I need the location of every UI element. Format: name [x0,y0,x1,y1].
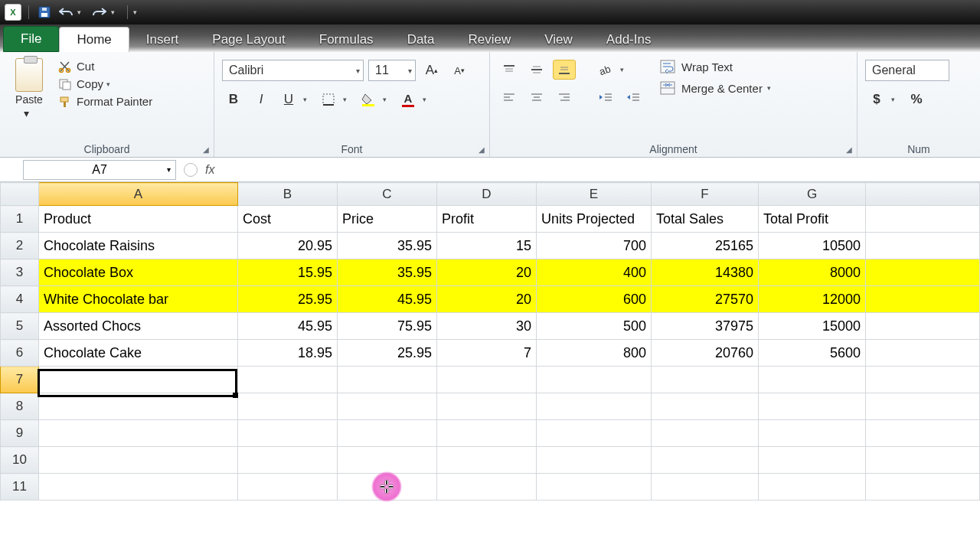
row-header-11[interactable]: 11 [1,474,39,500]
cell-A4[interactable]: White Chocolate bar [39,286,238,313]
percent-format-button[interactable]: % [905,89,928,110]
font-size-combo[interactable]: 11▾ [368,60,416,81]
cell-C6[interactable]: 25.95 [338,340,437,367]
font-name-combo[interactable]: Calibri▾ [222,60,364,81]
cell-B4[interactable]: 25.95 [238,286,338,313]
cell-F4[interactable]: 27570 [652,286,759,313]
cell-extra-10[interactable] [866,447,980,474]
cell-extra-6[interactable] [866,340,980,367]
cell-D10[interactable] [437,447,537,474]
cell-A10[interactable] [39,447,238,474]
cell-extra-1[interactable] [866,206,980,233]
save-button[interactable] [36,4,53,21]
row-header-5[interactable]: 5 [1,313,39,340]
cell-D11[interactable] [437,474,537,500]
copy-dropdown[interactable]: ▾ [106,80,116,88]
font-color-dropdown[interactable]: ▾ [423,96,432,103]
qat-customize-dropdown[interactable]: ▾ [133,8,142,16]
cell-F11[interactable] [652,474,759,500]
align-left-button[interactable] [498,87,521,107]
cell-extra-9[interactable] [866,420,980,447]
col-header-G[interactable]: G [759,183,866,206]
cell-D3[interactable]: 20 [437,259,537,286]
cell-A7[interactable] [39,367,238,393]
alignment-launcher[interactable]: ◢ [846,145,852,154]
fill-color-dropdown[interactable]: ▾ [383,96,392,103]
tab-view[interactable]: View [528,28,590,52]
cell-F5[interactable]: 37975 [652,313,759,340]
cell-D7[interactable] [437,367,537,393]
cell-G4[interactable]: 12000 [759,286,866,313]
name-box[interactable]: A7 ▾ [23,160,176,180]
cell-B2[interactable]: 20.95 [238,233,338,259]
cell-A11[interactable] [39,474,238,500]
cell-extra-11[interactable] [866,474,980,500]
font-color-button[interactable]: A [397,89,420,110]
row-header-2[interactable]: 2 [1,233,39,259]
col-header-extra[interactable] [866,183,980,206]
row-header-6[interactable]: 6 [1,340,39,367]
fill-color-button[interactable] [357,89,380,110]
cell-C9[interactable] [338,420,437,447]
cell-G9[interactable] [759,420,866,447]
clipboard-launcher[interactable]: ◢ [203,145,209,154]
cell-C2[interactable]: 35.95 [338,233,437,259]
merge-dropdown[interactable]: ▾ [767,84,776,92]
redo-dropdown[interactable]: ▾ [111,8,120,16]
cell-A2[interactable]: Chocolate Raisins [39,233,238,259]
cell-A9[interactable] [39,420,238,447]
cell-C8[interactable] [338,393,437,420]
cell-D5[interactable]: 30 [437,313,537,340]
tab-home[interactable]: Home [59,27,129,52]
cell-extra-2[interactable] [866,233,980,259]
cell-G8[interactable] [759,393,866,420]
bold-button[interactable]: B [222,89,245,110]
cell-extra-7[interactable] [866,367,980,393]
cell-G5[interactable]: 15000 [759,313,866,340]
cell-G3[interactable]: 8000 [759,259,866,286]
cell-A3[interactable]: Chocolate Box [39,259,238,286]
cell-E6[interactable]: 800 [537,340,652,367]
paste-button[interactable]: Paste ▾ [8,55,51,119]
cell-C1[interactable]: Price [338,206,437,233]
tab-insert[interactable]: Insert [129,28,196,52]
cell-F9[interactable] [652,420,759,447]
align-top-button[interactable] [498,60,521,80]
format-painter-button[interactable]: Format Painter [58,95,152,108]
col-header-F[interactable]: F [652,183,759,206]
cell-extra-4[interactable] [866,286,980,313]
col-header-D[interactable]: D [437,183,537,206]
cell-E11[interactable] [537,474,652,500]
cell-G7[interactable] [759,367,866,393]
name-box-dropdown[interactable]: ▾ [167,165,171,174]
align-right-button[interactable] [553,87,576,107]
cell-G1[interactable]: Total Profit [759,206,866,233]
cell-A1[interactable]: Product [39,206,238,233]
cell-D2[interactable]: 15 [437,233,537,259]
cut-button[interactable]: Cut [58,60,152,73]
cell-F6[interactable]: 20760 [652,340,759,367]
align-middle-button[interactable] [525,60,548,80]
cell-B1[interactable]: Cost [238,206,338,233]
cell-C7[interactable] [338,367,437,393]
col-header-E[interactable]: E [537,183,652,206]
row-header-7[interactable]: 7 [1,367,39,393]
cell-B6[interactable]: 18.95 [238,340,338,367]
cell-B8[interactable] [238,393,338,420]
cell-B7[interactable] [238,367,338,393]
cell-G11[interactable] [759,474,866,500]
paste-dropdown[interactable]: ▾ [24,107,33,119]
borders-button[interactable] [317,89,340,110]
copy-button[interactable]: Copy ▾ [58,77,152,90]
align-center-button[interactable] [525,87,548,107]
tab-review[interactable]: Review [452,28,528,52]
cell-B10[interactable] [238,447,338,474]
font-launcher[interactable]: ◢ [479,145,485,154]
orientation-dropdown[interactable]: ▾ [620,66,629,73]
grow-font-button[interactable]: A▴ [420,60,443,81]
tab-file[interactable]: File [3,26,59,52]
cell-G6[interactable]: 5600 [759,340,866,367]
tab-data[interactable]: Data [390,28,452,52]
cell-A5[interactable]: Assorted Chocs [39,313,238,340]
decrease-indent-button[interactable] [594,87,617,107]
